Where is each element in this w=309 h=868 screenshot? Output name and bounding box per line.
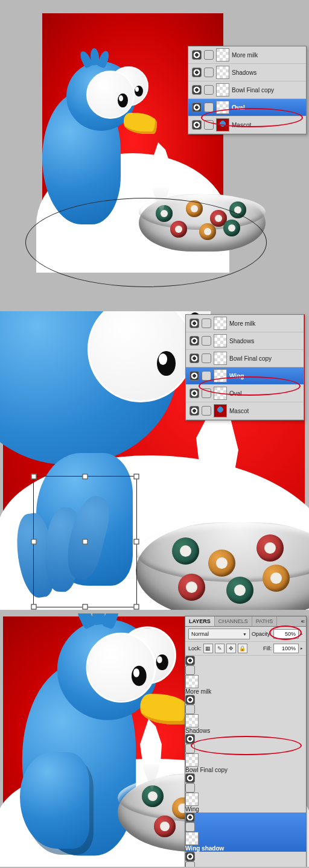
layer-thumbnail[interactable]: [214, 369, 227, 382]
layer-row[interactable]: Mascot: [188, 116, 306, 134]
layer-thumbnail[interactable]: [216, 83, 229, 97]
lock-all-icon[interactable]: 🔒: [238, 644, 247, 653]
layer-thumbnail[interactable]: [214, 334, 227, 347]
transform-handle[interactable]: [134, 539, 139, 545]
layer-thumbnail[interactable]: [216, 101, 229, 114]
link-slot[interactable]: [204, 120, 214, 130]
layers-panel[interactable]: More milkShadowsBowl Final copyOvalMasco…: [188, 46, 307, 135]
visibility-eye-icon[interactable]: [185, 695, 195, 705]
layer-thumbnail[interactable]: [214, 387, 227, 400]
visibility-eye-icon[interactable]: [185, 734, 195, 744]
layer-row[interactable]: More milk: [185, 656, 306, 695]
layer-name-label[interactable]: Oval: [229, 390, 242, 397]
lock-pixels-icon[interactable]: ✎: [215, 644, 225, 653]
visibility-eye-icon[interactable]: [190, 388, 199, 398]
layer-row[interactable]: Shadows: [186, 332, 304, 350]
layer-row[interactable]: More milk: [186, 315, 304, 332]
layer-row[interactable]: Wing shadow: [185, 813, 306, 852]
layer-name-label[interactable]: Mascot: [232, 122, 251, 128]
transform-handle[interactable]: [31, 474, 37, 480]
transform-handle[interactable]: [31, 539, 37, 545]
visibility-eye-icon[interactable]: [192, 120, 202, 130]
layer-thumbnail[interactable]: [216, 118, 229, 131]
tab-channels[interactable]: CHANNELS: [215, 616, 252, 626]
layer-row[interactable]: Bowl Final copy: [186, 350, 304, 367]
layer-name-label[interactable]: Oval: [232, 104, 245, 111]
layer-row[interactable]: Oval: [185, 852, 306, 867]
flyout-icon[interactable]: ▸: [301, 632, 303, 636]
link-slot[interactable]: [185, 822, 195, 832]
visibility-eye-icon[interactable]: [190, 353, 199, 363]
visibility-eye-icon[interactable]: [185, 656, 195, 665]
layer-name-label[interactable]: More milk: [185, 688, 306, 695]
link-slot[interactable]: [202, 406, 211, 416]
visibility-eye-icon[interactable]: [185, 813, 195, 822]
layer-row[interactable]: Oval: [186, 385, 304, 402]
layer-row[interactable]: Mascot: [186, 402, 304, 420]
layer-thumbnail[interactable]: [185, 793, 199, 806]
visibility-eye-icon[interactable]: [190, 371, 199, 381]
lock-position-icon[interactable]: ✥: [226, 644, 236, 653]
layer-row[interactable]: Bowl Final copy: [185, 734, 306, 773]
link-slot[interactable]: [202, 336, 211, 346]
layer-thumbnail[interactable]: [185, 675, 199, 688]
layer-name-label[interactable]: More milk: [229, 320, 255, 327]
link-slot[interactable]: [204, 68, 214, 77]
layer-row[interactable]: Shadows: [185, 695, 306, 734]
layer-name-label[interactable]: Mascot: [229, 408, 249, 414]
layer-thumbnail[interactable]: [216, 66, 229, 79]
layer-name-label[interactable]: Wing shadow: [185, 845, 306, 852]
link-slot[interactable]: [204, 85, 214, 95]
visibility-eye-icon[interactable]: [192, 103, 202, 112]
flyout-icon[interactable]: ▸: [301, 646, 303, 651]
layer-name-label[interactable]: Bowl Final copy: [185, 767, 306, 773]
tab-paths[interactable]: PATHS: [252, 616, 278, 626]
link-slot[interactable]: [185, 665, 195, 675]
layer-row[interactable]: Oval: [188, 99, 306, 116]
visibility-eye-icon[interactable]: [190, 336, 199, 346]
link-slot[interactable]: [185, 861, 195, 867]
layer-name-label[interactable]: Shadows: [229, 338, 254, 344]
free-transform-bounds[interactable]: [33, 476, 137, 607]
layers-panel[interactable]: LAYERS CHANNELS PATHS ▪≡ Normal ▼ Opacit…: [185, 616, 307, 867]
layers-panel[interactable]: More milkShadowsBowl Final copyWingOvalM…: [185, 314, 304, 420]
layer-name-label[interactable]: Bowl Final copy: [229, 355, 272, 362]
link-slot[interactable]: [185, 705, 195, 714]
panel-menu-icon[interactable]: ▪≡: [299, 616, 306, 626]
layer-row[interactable]: Wing: [185, 773, 306, 813]
layer-thumbnail[interactable]: [185, 714, 199, 727]
layer-name-label[interactable]: More milk: [232, 52, 258, 59]
visibility-eye-icon[interactable]: [185, 852, 195, 861]
visibility-eye-icon[interactable]: [192, 68, 202, 77]
link-slot[interactable]: [202, 388, 211, 398]
layer-thumbnail[interactable]: [214, 317, 227, 330]
layer-thumbnail[interactable]: [214, 404, 227, 417]
fill-input[interactable]: 100%: [273, 644, 299, 653]
link-slot[interactable]: [204, 50, 214, 60]
blend-mode-select[interactable]: Normal ▼: [188, 629, 250, 639]
transform-handle[interactable]: [134, 604, 139, 610]
layer-thumbnail[interactable]: [185, 832, 199, 845]
layer-row[interactable]: Wing: [186, 367, 304, 385]
link-slot[interactable]: [202, 353, 211, 363]
layer-name-label[interactable]: Shadows: [185, 727, 306, 734]
link-slot[interactable]: [202, 318, 211, 328]
link-slot[interactable]: [204, 103, 214, 112]
tab-layers[interactable]: LAYERS: [185, 616, 215, 626]
layer-name-label[interactable]: Bowl Final copy: [232, 87, 274, 93]
opacity-input[interactable]: 50%: [273, 629, 299, 639]
layer-row[interactable]: More milk: [188, 46, 306, 64]
visibility-eye-icon[interactable]: [192, 50, 202, 60]
visibility-eye-icon[interactable]: [190, 318, 199, 328]
layer-thumbnail[interactable]: [185, 753, 199, 767]
layer-name-label[interactable]: Wing: [229, 373, 244, 379]
visibility-eye-icon[interactable]: [185, 773, 195, 783]
layer-row[interactable]: Bowl Final copy: [188, 81, 306, 99]
link-slot[interactable]: [202, 371, 211, 381]
transform-center[interactable]: [83, 539, 88, 545]
layer-thumbnail[interactable]: [214, 352, 227, 365]
lock-transparency-icon[interactable]: ▦: [203, 644, 213, 653]
layer-name-label[interactable]: Shadows: [232, 69, 256, 76]
link-slot[interactable]: [185, 744, 195, 753]
transform-handle[interactable]: [83, 604, 88, 610]
